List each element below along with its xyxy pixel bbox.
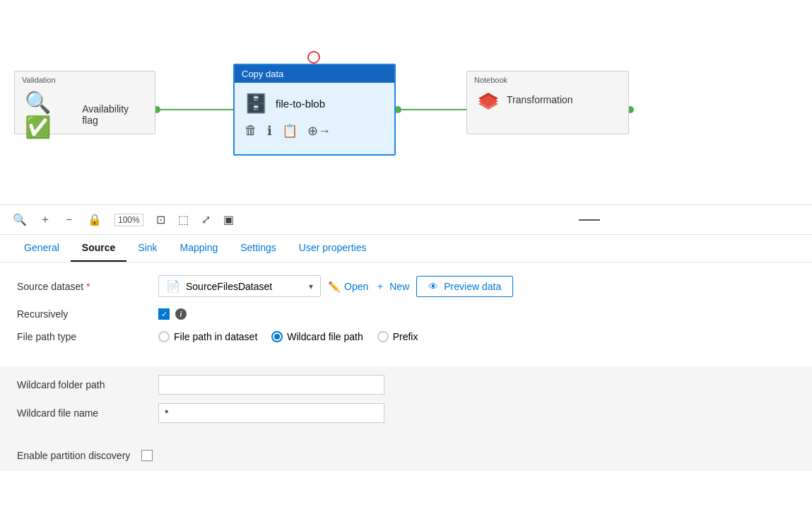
- radio-label-file-path: File path in dataset: [174, 331, 257, 342]
- add-icon[interactable]: ＋: [40, 212, 51, 227]
- layout-icon[interactable]: ▣: [223, 213, 234, 226]
- minus-icon[interactable]: －: [64, 212, 75, 227]
- dataset-value: SourceFilesDataset: [186, 281, 272, 292]
- wildcard-folder-row: Wildcard folder path: [17, 375, 795, 395]
- file-path-type-radio-group: File path in dataset Wildcard file path …: [158, 331, 418, 342]
- delete-icon[interactable]: 🗑: [245, 123, 257, 139]
- partition-discovery-label: Enable partition discovery: [17, 450, 130, 461]
- tab-mapping[interactable]: Mapping: [169, 235, 230, 262]
- recursively-info-icon[interactable]: i: [175, 308, 187, 320]
- partition-discovery-checkbox[interactable]: [141, 450, 153, 461]
- copy-icon[interactable]: 📋: [282, 123, 298, 139]
- preview-icon: 👁: [428, 281, 438, 292]
- database-icon: 🗄️: [245, 93, 267, 115]
- required-indicator: *: [86, 281, 90, 292]
- copy-data-actions: 🗑 ℹ 📋 ⊕→: [235, 120, 394, 146]
- info-icon[interactable]: ℹ: [267, 123, 272, 139]
- notebook-node[interactable]: Notebook Transformation: [466, 71, 629, 134]
- wildcard-file-input[interactable]: [158, 403, 384, 423]
- source-dataset-label: Source dataset *: [17, 281, 158, 292]
- wildcard-folder-input[interactable]: [158, 375, 384, 395]
- recursively-checkbox-row: ✓ i: [158, 308, 187, 320]
- recursively-row: Recursively ✓ i: [17, 308, 795, 320]
- fit-icon[interactable]: ⊡: [156, 213, 165, 226]
- radio-label-wildcard: Wildcard file path: [287, 331, 363, 342]
- availability-icon: 🔍✅: [25, 90, 75, 139]
- wildcard-folder-label: Wildcard folder path: [17, 379, 158, 390]
- zoom-level[interactable]: 100%: [114, 214, 143, 226]
- validation-node[interactable]: Validation 🔍✅ Availability flag: [14, 71, 155, 134]
- copy-data-node[interactable]: Copy data 🗄️ file-to-blob 🗑 ℹ 📋 ⊕→: [233, 64, 396, 156]
- pipeline-canvas[interactable]: Validation 🔍✅ Availability flag Copy dat…: [0, 0, 812, 205]
- properties-panel: Source dataset * 📄 SourceFilesDataset ▾ …: [0, 262, 812, 366]
- radio-circle-prefix: [377, 331, 389, 342]
- search-toolbar-icon[interactable]: 🔍: [13, 213, 27, 226]
- file-path-type-row: File path type File path in dataset Wild…: [17, 331, 795, 342]
- pencil-icon: ✏️: [328, 281, 340, 292]
- recursively-checkbox[interactable]: ✓: [158, 308, 170, 320]
- tab-sink[interactable]: Sink: [126, 235, 168, 262]
- file-path-type-controls: File path in dataset Wildcard file path …: [158, 331, 795, 342]
- file-path-type-label: File path type: [17, 331, 158, 342]
- select-icon[interactable]: ⬚: [178, 213, 189, 226]
- plus-icon: ＋: [375, 280, 385, 293]
- node-error-indicator: [307, 51, 320, 64]
- wildcard-file-row: Wildcard file name: [17, 403, 795, 423]
- property-tabs: General Source Sink Mapping Settings Use…: [0, 235, 812, 262]
- notebook-node-label: Notebook: [467, 71, 628, 86]
- source-dataset-controls: 📄 SourceFilesDataset ▾ ✏️ Open ＋ New 👁 P…: [158, 275, 795, 297]
- tab-source[interactable]: Source: [71, 235, 126, 262]
- wildcard-file-label: Wildcard file name: [17, 407, 158, 419]
- toolbar-separator: [579, 219, 600, 221]
- tab-user-properties[interactable]: User properties: [288, 235, 378, 262]
- copy-data-node-label: Copy data: [235, 65, 394, 83]
- radio-circle-file-path: [158, 331, 170, 342]
- radio-wildcard-file-path[interactable]: Wildcard file path: [271, 331, 363, 342]
- recursively-label: Recursively: [17, 308, 158, 320]
- preview-data-button[interactable]: 👁 Preview data: [416, 276, 513, 297]
- resize-icon[interactable]: ⤢: [201, 213, 211, 226]
- dataset-dropdown[interactable]: 📄 SourceFilesDataset ▾: [158, 275, 321, 297]
- dataset-icon: 📄: [166, 279, 180, 293]
- canvas-toolbar: 🔍 ＋ － 🔒 100% ⊡ ⬚ ⤢ ▣: [0, 205, 812, 235]
- tab-general[interactable]: General: [13, 235, 71, 262]
- validation-node-label: Validation: [15, 71, 155, 86]
- wildcard-section: Wildcard folder path Wildcard file name: [0, 366, 812, 440]
- lock-icon[interactable]: 🔒: [88, 213, 102, 226]
- radio-file-path-in-dataset[interactable]: File path in dataset: [158, 331, 257, 342]
- open-button[interactable]: ✏️ Open: [328, 281, 368, 292]
- tab-settings[interactable]: Settings: [229, 235, 288, 262]
- radio-prefix[interactable]: Prefix: [377, 331, 418, 342]
- notebook-icon: [477, 90, 500, 110]
- add-activity-icon[interactable]: ⊕→: [307, 123, 331, 139]
- recursively-controls: ✓ i: [158, 308, 795, 320]
- validation-node-title: Availability flag: [82, 103, 145, 126]
- radio-label-prefix: Prefix: [393, 331, 418, 342]
- radio-circle-wildcard: [271, 331, 283, 342]
- new-button[interactable]: ＋ New: [375, 280, 409, 293]
- dropdown-arrow-icon: ▾: [309, 282, 313, 291]
- notebook-node-title: Transformation: [507, 94, 573, 105]
- source-dataset-row: Source dataset * 📄 SourceFilesDataset ▾ …: [17, 275, 795, 297]
- partition-discovery-row: Enable partition discovery: [0, 440, 812, 471]
- copy-data-node-title: file-to-blob: [276, 98, 325, 110]
